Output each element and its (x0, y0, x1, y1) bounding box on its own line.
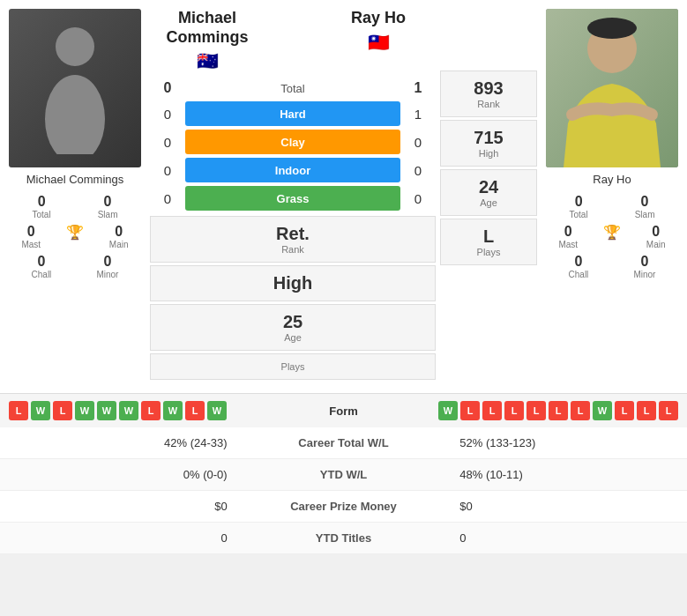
center-high-box: High (150, 265, 436, 301)
grass-score-left: 0 (150, 191, 185, 206)
form-right-6: L (571, 401, 590, 420)
left-rank-value: Ret. (155, 224, 430, 244)
grass-score-right: 0 (400, 191, 436, 206)
right-plays-label: Plays (445, 247, 532, 257)
left-stat-chall: 0 Chall (32, 254, 52, 279)
right-stat-boxes-col: 893 Rank 715 High 24 Age L Plays (440, 71, 537, 380)
form-right-8: L (615, 401, 634, 420)
total-label: Total (185, 82, 400, 95)
right-stat-slam: 0 Slam (635, 194, 655, 219)
surface-hard-btn: Hard (185, 101, 400, 126)
table-row-career-wl: 42% (24-33) Career Total W/L 52% (133-12… (0, 427, 687, 459)
form-right-4: L (526, 401, 546, 420)
left-player-photo (9, 9, 141, 167)
hard-score-right: 1 (400, 107, 436, 122)
surface-grass-btn: Grass (185, 186, 400, 211)
surface-row-hard: 0 Hard 1 (150, 101, 436, 126)
rank-label: Rank (155, 244, 430, 255)
prize-right: $0 (446, 491, 687, 523)
right-age-box: 24 Age (440, 169, 537, 216)
left-stat-total: 0 Total (33, 194, 51, 219)
left-player-name-center: Michael Commings (154, 9, 260, 47)
surface-row-clay: 0 Clay 0 (150, 130, 436, 154)
table-row-titles: 0 YTD Titles 0 (0, 523, 687, 554)
form-left-1: W (31, 401, 50, 420)
left-name-flag: Michael Commings 🇦🇺 (154, 9, 260, 71)
total-score-left: 0 (150, 80, 185, 96)
left-stat-minor: 0 Minor (96, 254, 118, 279)
prize-left: $0 (0, 491, 241, 523)
ytd-wl-left: 0% (0-0) (0, 459, 241, 491)
svg-point-0 (56, 27, 94, 66)
svg-point-4 (587, 18, 637, 39)
trophy-right: 🏆 (603, 224, 621, 249)
career-wl-label: Career Total W/L (241, 427, 447, 459)
indoor-score-right: 0 (400, 163, 436, 178)
indoor-score-left: 0 (150, 163, 185, 178)
form-right: W L L L L L L W L L L (379, 401, 679, 420)
career-wl-right: 52% (133-123) (446, 427, 687, 459)
right-age-value: 24 (445, 177, 532, 197)
right-high-label: High (445, 148, 532, 159)
right-stat-chall: 0 Chall (569, 254, 589, 279)
hard-score-left: 0 (150, 107, 185, 122)
left-age-value: 25 (155, 312, 430, 332)
left-flag: 🇦🇺 (154, 50, 260, 71)
ytd-wl-label: YTD W/L (241, 459, 447, 491)
form-left-9: W (207, 401, 227, 420)
comparison-section: Michael Commings 0 Total 0 Slam 0 Mast (0, 0, 687, 393)
right-high-value: 715 (445, 128, 532, 148)
surface-row-indoor: 0 Indoor 0 (150, 158, 436, 182)
center-age-box: 25 Age (150, 304, 436, 351)
right-flag: 🇹🇼 (325, 32, 431, 53)
left-player-stats: 0 Total 0 Slam 0 Mast 🏆 0 (4, 186, 146, 283)
form-left: L W L W W W L W L W (9, 401, 309, 420)
left-player-card: Michael Commings 0 Total 0 Slam 0 Mast (4, 9, 146, 380)
right-name-flag: Ray Ho 🇹🇼 (325, 9, 431, 53)
right-plays-box: L Plays (440, 219, 537, 265)
form-left-0: L (9, 401, 28, 420)
total-score-right: 1 (400, 80, 436, 96)
right-player-name: Ray Ho (593, 173, 631, 186)
right-plays-value: L (445, 226, 532, 247)
right-rank-box: 893 Rank (440, 71, 537, 117)
titles-right: 0 (446, 523, 687, 554)
right-stat-mast: 0 Mast (558, 224, 578, 249)
names-flags-row: Michael Commings 🇦🇺 Ray Ho 🇹🇼 (150, 9, 436, 71)
svg-point-1 (45, 75, 105, 154)
prize-label: Career Prize Money (241, 491, 447, 523)
form-right-7: W (593, 401, 612, 420)
left-stat-main: 0 Main (109, 224, 129, 249)
right-rank-value: 893 (445, 78, 532, 99)
form-left-4: W (97, 401, 116, 420)
left-player-name: Michael Commings (26, 173, 124, 186)
table-row-prize: $0 Career Prize Money $0 (0, 491, 687, 523)
trophy-left: 🏆 (66, 224, 84, 249)
clay-score-right: 0 (400, 135, 436, 150)
right-rank-label: Rank (445, 99, 532, 109)
surface-indoor-btn: Indoor (185, 158, 400, 182)
form-left-6: L (141, 401, 161, 420)
right-stat-main: 0 Main (646, 224, 666, 249)
right-player-name-center: Ray Ho (325, 9, 431, 28)
right-player-card: Ray Ho 0 Total 0 Slam 0 Mast (541, 9, 683, 380)
right-player-photo (546, 9, 678, 167)
form-label: Form (317, 404, 370, 418)
surface-clay-btn: Clay (185, 130, 400, 154)
form-right-5: L (549, 401, 568, 420)
right-stat-total: 0 Total (570, 194, 588, 219)
center-comparison: Michael Commings 🇦🇺 Ray Ho 🇹🇼 0 Total 1 … (150, 9, 436, 380)
titles-label: YTD Titles (241, 523, 447, 554)
titles-left: 0 (0, 523, 241, 554)
form-right-10: L (659, 401, 678, 420)
career-wl-left: 42% (24-33) (0, 427, 241, 459)
right-stat-minor: 0 Minor (633, 254, 655, 279)
form-left-5: W (119, 401, 138, 420)
form-left-7: W (163, 401, 183, 420)
right-high-box: 715 High (440, 120, 537, 167)
form-section: L W L W W W L W L W Form W L L L L L L W… (0, 393, 687, 427)
clay-score-left: 0 (150, 135, 185, 150)
form-right-3: L (504, 401, 524, 420)
form-left-8: L (185, 401, 205, 420)
ytd-wl-right: 48% (10-11) (446, 459, 687, 491)
